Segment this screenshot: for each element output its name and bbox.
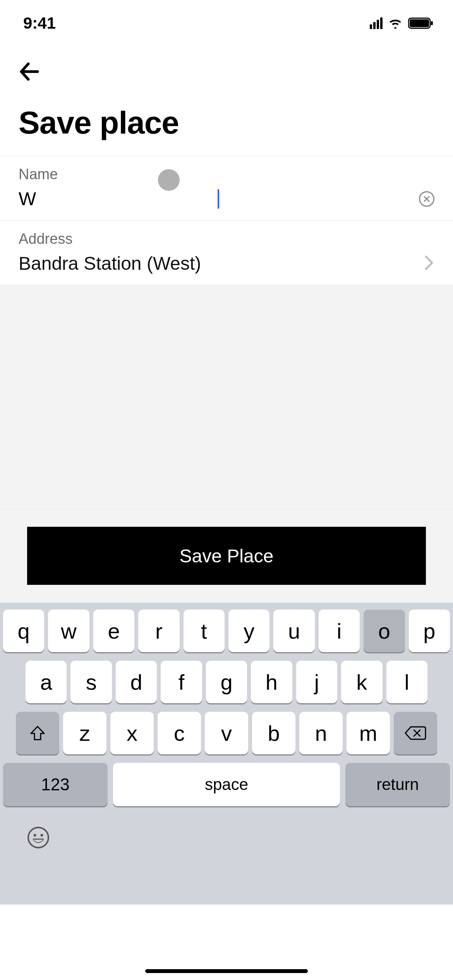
- clear-input-button[interactable]: [419, 191, 434, 207]
- status-time: 9:41: [23, 14, 56, 33]
- key-v[interactable]: v: [205, 712, 248, 754]
- key-h[interactable]: h: [251, 661, 292, 703]
- key-backspace[interactable]: [394, 712, 437, 754]
- key-u[interactable]: u: [273, 610, 314, 652]
- address-value: Bandra Station (West): [19, 253, 201, 274]
- key-j[interactable]: j: [296, 661, 337, 703]
- svg-rect-1: [410, 19, 429, 27]
- svg-point-5: [41, 834, 43, 837]
- emoji-button[interactable]: [25, 824, 52, 851]
- address-label: Address: [19, 231, 434, 247]
- page-title: Save place: [0, 89, 453, 156]
- key-e[interactable]: e: [93, 610, 134, 652]
- key-r[interactable]: r: [138, 610, 179, 652]
- content-gap: [0, 285, 453, 510]
- keyboard-row-1: q w e r t y u i o p: [3, 610, 450, 652]
- key-shift[interactable]: [16, 712, 59, 754]
- cellular-icon: [370, 17, 383, 29]
- key-c[interactable]: c: [158, 712, 201, 754]
- address-row[interactable]: Address Bandra Station (West): [0, 221, 453, 285]
- name-label: Name: [19, 166, 434, 183]
- keyboard-bottom-row: [3, 815, 450, 860]
- save-place-button[interactable]: Save Place: [27, 527, 426, 585]
- key-a[interactable]: a: [26, 661, 67, 703]
- close-icon: [423, 195, 431, 203]
- back-button[interactable]: [12, 54, 46, 89]
- key-i[interactable]: i: [319, 610, 360, 652]
- key-z[interactable]: z: [63, 712, 106, 754]
- battery-icon: [408, 17, 434, 29]
- key-l[interactable]: l: [386, 661, 427, 703]
- key-w[interactable]: w: [48, 610, 89, 652]
- name-input[interactable]: W: [19, 188, 218, 209]
- svg-point-4: [34, 834, 36, 837]
- key-s[interactable]: s: [70, 661, 112, 703]
- keyboard-row-4: 123 space return: [3, 763, 450, 806]
- svg-point-3: [28, 828, 48, 848]
- wifi-icon: [388, 18, 403, 29]
- backspace-icon: [405, 725, 426, 741]
- key-space[interactable]: space: [113, 763, 340, 806]
- keyboard-row-3: z x c v b n m: [3, 712, 450, 754]
- key-q[interactable]: q: [3, 610, 44, 652]
- key-m[interactable]: m: [347, 712, 390, 754]
- keyboard-row-2: a s d f g h j k l: [3, 661, 450, 703]
- name-row[interactable]: Name W: [0, 156, 453, 221]
- key-return[interactable]: return: [345, 763, 450, 806]
- keyboard: q w e r t y u i o p a s d f g h j k l z …: [0, 603, 453, 905]
- cta-area: Save Place: [0, 510, 453, 603]
- touch-indicator-dot: [158, 169, 180, 191]
- status-indicators: [370, 17, 434, 29]
- shift-icon: [29, 724, 46, 742]
- key-numbers[interactable]: 123: [3, 763, 108, 806]
- key-k[interactable]: k: [341, 661, 382, 703]
- key-b[interactable]: b: [252, 712, 295, 754]
- arrow-left-icon: [17, 60, 41, 83]
- key-x[interactable]: x: [110, 712, 154, 754]
- key-f[interactable]: f: [161, 661, 202, 703]
- key-o[interactable]: o: [364, 610, 405, 652]
- form-area: Name W Address Bandra Station (West): [0, 156, 453, 285]
- key-p[interactable]: p: [409, 610, 450, 652]
- text-cursor: [218, 189, 219, 209]
- key-t[interactable]: t: [184, 610, 225, 652]
- key-g[interactable]: g: [206, 661, 247, 703]
- key-y[interactable]: y: [228, 610, 269, 652]
- status-bar: 9:41: [0, 0, 453, 46]
- home-indicator[interactable]: [145, 969, 308, 973]
- emoji-icon: [27, 826, 50, 849]
- svg-rect-2: [431, 21, 433, 25]
- chevron-right-icon: [424, 254, 434, 273]
- key-n[interactable]: n: [299, 712, 343, 754]
- key-d[interactable]: d: [116, 661, 157, 703]
